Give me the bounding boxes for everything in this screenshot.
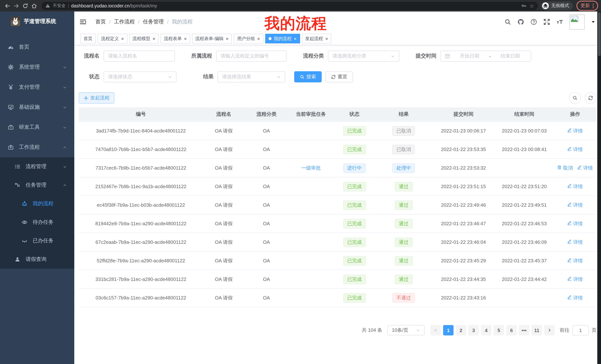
page-button-2[interactable]: 2 (456, 325, 466, 335)
status-cell: 已完成 (334, 288, 376, 307)
sidebar-item-system-mgmt[interactable]: 系统管理 (0, 57, 74, 77)
close-icon[interactable]: × (325, 36, 328, 41)
close-icon[interactable]: × (152, 36, 155, 41)
sidebar-collapse-icon[interactable] (80, 19, 86, 25)
filter-row-1: 流程名 请输入流程名 所属流程 请输入流程定义的编号 流程分类 请选择流程分类 … (79, 50, 597, 62)
sidebar-item-payment-mgmt[interactable]: 支付管理 (0, 77, 74, 97)
process-name-input[interactable]: 请输入流程名 (104, 50, 175, 62)
search-icon[interactable] (504, 19, 511, 25)
page-button-4[interactable]: 4 (481, 325, 491, 335)
help-icon[interactable] (531, 19, 537, 25)
sidebar-item-task-mgmt[interactable]: 任务管理 (0, 176, 74, 194)
app-logo[interactable]: 芋道管理系统 (0, 11, 74, 30)
sidebar-item-dev-tools[interactable]: 研发工具 (0, 117, 74, 137)
page-scrollbar[interactable] (597, 11, 601, 364)
detail-action-link[interactable]: 详情 (567, 276, 583, 283)
github-icon[interactable] (517, 19, 524, 25)
breadcrumb-item[interactable]: 任务管理 (143, 19, 164, 25)
sidebar-item-my-process[interactable]: 我的流程 (0, 194, 74, 213)
browser-reload-icon[interactable] (21, 1, 30, 10)
refresh-table-button[interactable] (585, 92, 597, 104)
page-button-11[interactable]: 11 (531, 325, 542, 335)
sidebar-item-process-mgmt[interactable]: 流程管理 (0, 157, 74, 176)
result-select[interactable]: 请选择流结果 (218, 71, 285, 82)
browser-back-icon[interactable] (3, 1, 12, 10)
address-bar[interactable]: 不安全 dashboard.yudao.iocoder.cn/bpm/task/… (42, 2, 538, 10)
update-button[interactable]: 更新 (576, 1, 598, 11)
page-button-3[interactable]: 3 (468, 325, 479, 335)
sidebar-item-done-tasks[interactable]: 已办任务 (0, 231, 74, 250)
tab-process-form[interactable]: 流程表单× (160, 34, 190, 43)
page-button-5[interactable]: 5 (494, 325, 504, 335)
search-button[interactable]: 搜索 (294, 71, 322, 82)
security-label[interactable]: 不安全 (53, 3, 66, 9)
process-definition-input[interactable]: 请输入流程定义的编号 (216, 50, 287, 62)
update-label[interactable]: 更新 (581, 3, 590, 9)
avatar[interactable] (570, 14, 585, 29)
current-task-link[interactable]: 一级审批 (301, 164, 321, 171)
sidebar-item-leave-query[interactable]: 请假查询 (0, 250, 74, 269)
close-icon[interactable]: × (294, 36, 297, 41)
detail-action-link[interactable]: 详情 (567, 202, 583, 208)
detail-action-link[interactable]: 详情 (567, 294, 583, 301)
cancel-action-link[interactable]: 取消 (557, 164, 573, 171)
detail-action-link[interactable]: 详情 (567, 239, 583, 245)
font-size-icon[interactable] (556, 19, 563, 25)
page-button-6[interactable]: 6 (506, 325, 517, 335)
scrollbar-thumb[interactable] (598, 12, 601, 56)
start-date-placeholder[interactable]: 开始日期 (453, 53, 486, 59)
next-page-button[interactable] (544, 325, 555, 335)
close-icon[interactable]: × (226, 36, 229, 41)
page-button-1[interactable]: 1 (443, 325, 453, 335)
detail-action-link[interactable]: 详情 (567, 146, 583, 153)
pencil-icon (567, 239, 572, 245)
browser-menu-icon[interactable] (592, 3, 594, 8)
detail-action-link[interactable]: 详情 (567, 257, 583, 264)
sidebar-item-infrastructure[interactable]: 基础设施 (0, 97, 74, 117)
bookmark-star-icon[interactable]: ☆ (530, 3, 534, 8)
breadcrumb-item[interactable]: 工作流程 (114, 19, 135, 25)
browser-forward-icon[interactable] (12, 1, 21, 10)
detail-action-link[interactable]: 详情 (577, 164, 593, 171)
process-id: 819442e8-7b9a-11ec-a290-acde48001122 (79, 214, 203, 233)
detail-action-link[interactable]: 详情 (567, 183, 583, 190)
result-badge: 通过 (395, 237, 412, 247)
reset-button[interactable]: 重置 (325, 71, 353, 82)
browser-home-icon[interactable] (30, 1, 39, 10)
end-date-placeholder[interactable]: 结束日期 (494, 53, 527, 59)
prev-page-button[interactable] (431, 325, 441, 335)
toggle-search-button[interactable] (569, 92, 581, 104)
close-icon[interactable]: × (121, 36, 124, 41)
sidebar-item-todo-tasks[interactable]: 待办任务 (0, 213, 74, 231)
result-badge: 已取消 (392, 144, 415, 154)
tab-process-model[interactable]: 流程模型× (129, 34, 159, 43)
page-size-select[interactable]: 10条/页 (387, 325, 425, 335)
user-menu-caret-icon[interactable] (591, 20, 595, 24)
tab-process-form-edit[interactable]: 流程表单-编辑× (192, 34, 232, 43)
status-badge: 已完成 (343, 237, 366, 247)
detail-action-link[interactable]: 详情 (567, 220, 583, 227)
breadcrumb-separator: / (138, 19, 140, 25)
tab-home[interactable]: 首页 (80, 34, 96, 43)
close-icon[interactable]: × (184, 36, 187, 41)
jump-page-input[interactable]: 1 (572, 325, 589, 335)
tab-user-group[interactable]: 用户分组× (234, 34, 263, 43)
tab-my-process[interactable]: 我的流程× (265, 34, 300, 43)
sidebar-item-home[interactable]: 首页 (0, 37, 74, 57)
process-category: OA (244, 288, 289, 307)
breadcrumb-item[interactable]: 首页 (95, 19, 106, 25)
process-category-select[interactable]: 请选择流程分类 (328, 50, 399, 62)
status-cell: 已完成 (334, 270, 376, 288)
status-select[interactable]: 请选择状态 (104, 71, 176, 82)
close-icon[interactable]: × (257, 36, 260, 41)
fullscreen-icon[interactable] (543, 19, 550, 25)
tab-start-process[interactable]: 发起流程× (302, 34, 331, 43)
tab-process-definition[interactable]: 流程定义× (98, 34, 127, 43)
submit-time-range-picker[interactable]: 开始日期 - 结束日期 (441, 50, 531, 62)
detail-action-link[interactable]: 详情 (567, 127, 583, 134)
key-icon[interactable] (521, 3, 527, 9)
sidebar-item-workflow[interactable]: 工作流程 (0, 137, 74, 157)
create-process-button[interactable]: 发起流程 (79, 92, 114, 104)
process-id: 7470a810-7b9b-11ec-b5b7-acde48001122 (79, 140, 203, 159)
chevron-down-icon (63, 85, 67, 89)
